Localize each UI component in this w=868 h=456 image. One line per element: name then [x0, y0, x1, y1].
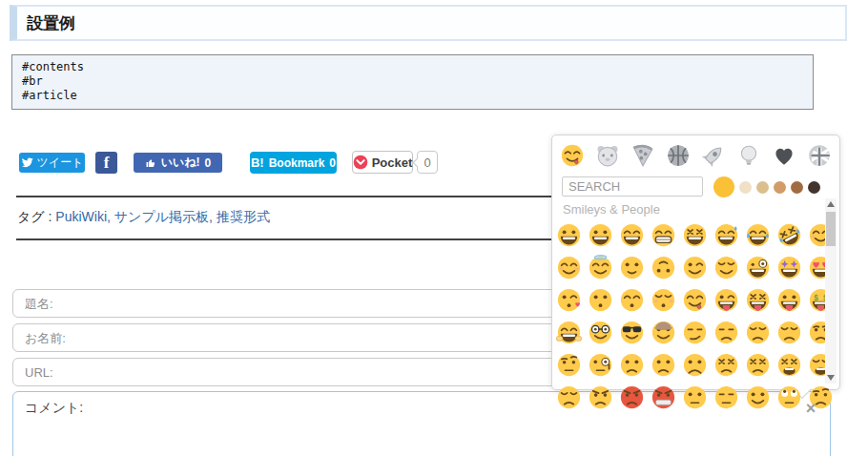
emoji-rofl[interactable] [774, 218, 805, 251]
emoji-triumph[interactable] [553, 381, 585, 413]
emoji-stuck-out-tongue[interactable] [774, 283, 805, 316]
tag-link[interactable]: 推奨形式 [217, 209, 270, 224]
pizza-icon [630, 143, 655, 168]
tag-link[interactable]: サンプル掲示板 [114, 209, 209, 224]
pocket-label: Pocket [372, 155, 413, 170]
emoji-smiley[interactable] [585, 218, 616, 251]
emoji-monocle[interactable] [585, 348, 616, 381]
emoji-kissing-smiling-eyes[interactable] [616, 283, 648, 316]
hatena-label: Bookmark [269, 156, 325, 170]
code-line: #contents [22, 60, 803, 74]
rocket-icon [701, 143, 726, 168]
emoji-confused[interactable] [616, 348, 648, 381]
emoji-category-tabs [554, 141, 837, 170]
scroll-up-arrow[interactable] [825, 198, 837, 210]
emoji-rage[interactable] [616, 381, 648, 413]
skin-tone-swatch-1[interactable] [713, 176, 734, 197]
emoji-toggle-close-button[interactable]: × [801, 399, 820, 418]
emoji-angry[interactable] [585, 381, 616, 413]
skin-tone-swatch-6[interactable] [808, 181, 820, 194]
emoji-search-input[interactable] [562, 176, 703, 197]
skin-tone-swatch-2[interactable] [739, 181, 752, 194]
emoji-zany[interactable] [742, 251, 774, 283]
skin-tone-swatch-4[interactable] [774, 181, 786, 194]
emoji-search-row [562, 176, 834, 200]
emoji-stuck-out-tongue-closed-eyes[interactable] [742, 283, 774, 316]
emoji-wink[interactable] [679, 251, 711, 283]
emoji-sweat-smile[interactable] [711, 218, 742, 251]
category-tab-food-drink[interactable] [625, 141, 660, 170]
emoji-tired[interactable] [774, 348, 805, 381]
like-count: 0 [205, 156, 212, 170]
scroll-thumb[interactable] [826, 212, 836, 246]
emoji-grid: $$ [553, 218, 839, 413]
category-tab-symbols[interactable] [766, 141, 801, 170]
smiley-icon [560, 143, 585, 168]
tweet-label: ツイート [37, 155, 84, 171]
section-label: Smileys & People [563, 202, 660, 217]
hamster-icon [595, 143, 620, 168]
emoji-pensive[interactable] [774, 316, 805, 348]
flag-icon [807, 143, 832, 168]
emoji-neutral[interactable] [679, 381, 711, 413]
emoji-grinning[interactable] [553, 218, 585, 251]
like-label: いいね! [161, 155, 200, 171]
emoji-raised-eyebrow[interactable] [553, 348, 585, 381]
category-tab-animals-nature[interactable] [589, 141, 625, 170]
emoji-yum[interactable] [679, 283, 711, 316]
code-line: #article [22, 89, 803, 103]
category-tab-activity[interactable] [660, 141, 695, 170]
svg-text:$: $ [814, 293, 818, 301]
emoji-star-struck[interactable] [774, 251, 805, 283]
facebook-like-button[interactable]: いいね! 0 [134, 153, 222, 173]
emoji-sunglasses[interactable] [616, 316, 648, 348]
emoji-joy[interactable] [742, 218, 774, 251]
hatena-count: 0 [329, 156, 336, 170]
facebook-button[interactable]: f [95, 152, 117, 174]
emoji-disappointed[interactable] [742, 316, 774, 348]
category-tab-smileys-people[interactable] [554, 141, 589, 170]
scrollbar[interactable] [825, 198, 837, 383]
emoji-kissing-closed-eyes[interactable] [648, 283, 679, 316]
hatena-b-icon: B! [251, 155, 264, 170]
emoji-laughing[interactable] [679, 218, 711, 251]
tag-link[interactable]: PukiWiki [55, 209, 107, 224]
emoji-kissing[interactable] [585, 283, 616, 316]
emoji-confounded[interactable] [742, 348, 774, 381]
pocket-count-badge: 0 [417, 151, 438, 174]
emoji-hugging[interactable] [553, 316, 585, 348]
emoji-slightly-smiling[interactable] [616, 251, 648, 283]
emoji-innocent[interactable] [585, 251, 616, 283]
emoji-slightly-frowning[interactable] [648, 348, 679, 381]
emoji-upside-down[interactable] [648, 251, 679, 283]
emoji-stuck-out-tongue-winking-eye[interactable] [711, 283, 742, 316]
emoji-smirking[interactable] [679, 316, 711, 348]
pocket-button[interactable]: Pocket [352, 151, 413, 174]
emoji-unamused[interactable] [711, 316, 742, 348]
emoji-smile[interactable] [616, 218, 648, 251]
basketball-icon [666, 143, 691, 168]
category-tab-objects[interactable] [731, 141, 766, 170]
emoji-persevering[interactable] [711, 348, 742, 381]
scroll-down-arrow[interactable] [825, 372, 837, 383]
category-tab-travel-places[interactable] [695, 141, 731, 170]
emoji-cursing[interactable] [648, 381, 679, 413]
emoji-nerd[interactable] [585, 316, 616, 348]
lightbulb-icon [736, 143, 761, 168]
tweet-button[interactable]: ツイート [19, 153, 85, 173]
emoji-expressionless[interactable] [711, 381, 742, 413]
emoji-cowboy[interactable] [648, 316, 679, 348]
emoji-no-mouth[interactable] [742, 381, 774, 413]
twitter-bird-icon [21, 156, 33, 169]
hatena-bookmark-button[interactable]: B! Bookmark 0 [250, 152, 337, 174]
emoji-frowning[interactable] [679, 348, 711, 381]
code-line: #br [22, 74, 803, 89]
emoji-relieved[interactable] [711, 251, 742, 283]
emoji-grin[interactable] [648, 218, 679, 251]
emoji-blush[interactable] [553, 251, 585, 283]
skin-tone-swatch-5[interactable] [791, 181, 803, 194]
page-title: 設置例 [27, 12, 75, 34]
category-tab-flags[interactable] [801, 141, 837, 170]
skin-tone-swatch-3[interactable] [756, 181, 769, 194]
emoji-kissing-heart[interactable] [553, 283, 585, 316]
